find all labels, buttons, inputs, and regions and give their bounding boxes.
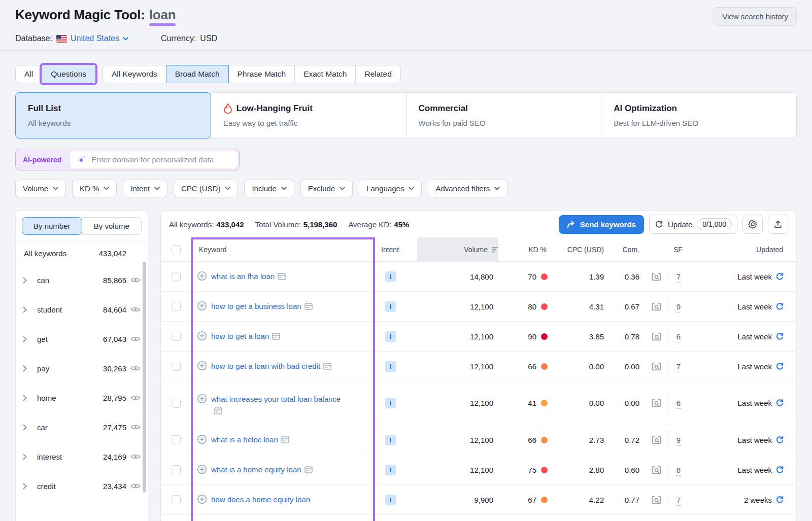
sidebar-group-interest[interactable]: interest 24,169 bbox=[16, 442, 148, 471]
sf-count[interactable]: 9 bbox=[676, 436, 681, 446]
tab-all[interactable]: All bbox=[15, 65, 42, 83]
sidebar-group-can[interactable]: can 85,865 bbox=[16, 265, 148, 295]
refresh-row-icon[interactable] bbox=[775, 272, 784, 281]
refresh-row-icon[interactable] bbox=[775, 466, 784, 474]
keyword-link[interactable]: what is a heloc loan bbox=[211, 434, 289, 446]
serp-page-icon[interactable] bbox=[323, 363, 331, 370]
col-cpc[interactable]: CPC (USD) bbox=[552, 246, 609, 254]
refresh-row-icon[interactable] bbox=[775, 436, 784, 444]
row-checkbox[interactable] bbox=[172, 302, 181, 311]
serp-preview-button[interactable] bbox=[645, 322, 668, 351]
keyword-link[interactable]: what is a home equity loan bbox=[211, 464, 313, 476]
plus-circle-icon[interactable] bbox=[197, 494, 207, 504]
eye-icon[interactable] bbox=[130, 306, 141, 313]
sf-count[interactable]: 6 bbox=[676, 332, 681, 342]
plus-circle-icon[interactable] bbox=[197, 361, 207, 371]
sidebar-group-student[interactable]: student 84,604 bbox=[16, 295, 148, 324]
tab-broad-match[interactable]: Broad Match bbox=[166, 65, 229, 83]
refresh-row-icon[interactable] bbox=[775, 399, 784, 407]
plus-circle-icon[interactable] bbox=[197, 301, 207, 311]
eye-icon[interactable] bbox=[130, 453, 141, 460]
eye-icon[interactable] bbox=[130, 482, 141, 490]
serp-preview-button[interactable] bbox=[645, 425, 668, 455]
row-checkbox[interactable] bbox=[172, 465, 181, 474]
serp-preview-button[interactable] bbox=[645, 455, 668, 484]
send-keywords-button[interactable]: Send keywords bbox=[559, 215, 644, 234]
eye-icon[interactable] bbox=[130, 365, 141, 372]
keyword-link[interactable]: how to get a business loan bbox=[211, 301, 313, 312]
col-kd[interactable]: KD % bbox=[498, 246, 552, 254]
serp-preview-button[interactable] bbox=[645, 381, 668, 425]
sidebar-scrollbar[interactable] bbox=[143, 262, 146, 493]
row-checkbox[interactable] bbox=[172, 362, 181, 371]
plus-circle-icon[interactable] bbox=[197, 464, 207, 474]
sort-by-number-button[interactable]: By number bbox=[22, 217, 82, 235]
sidebar-group-car[interactable]: car 27,475 bbox=[16, 412, 148, 442]
sf-count[interactable]: 7 bbox=[676, 272, 681, 283]
filter-kd[interactable]: KD % bbox=[72, 180, 117, 197]
card-commercial[interactable]: Commercial Works for paid SEO bbox=[406, 92, 602, 138]
sf-count[interactable]: 7 bbox=[676, 496, 681, 506]
eye-icon[interactable] bbox=[130, 276, 141, 284]
sf-count[interactable]: 7 bbox=[676, 362, 681, 372]
serp-page-icon[interactable] bbox=[281, 436, 289, 443]
plus-circle-icon[interactable] bbox=[197, 331, 207, 341]
filter-intent[interactable]: Intent bbox=[123, 180, 167, 197]
keyword-link[interactable]: what is an fha loan bbox=[211, 271, 286, 283]
row-checkbox[interactable] bbox=[172, 495, 181, 504]
filter-volume[interactable]: Volume bbox=[15, 180, 66, 197]
filter-languages[interactable]: Languages bbox=[359, 180, 422, 197]
card-full-list[interactable]: Full List All keywords bbox=[15, 92, 211, 138]
update-button[interactable]: Update 0/1,000 bbox=[649, 215, 737, 234]
refresh-row-icon[interactable] bbox=[775, 496, 784, 504]
row-checkbox[interactable] bbox=[172, 332, 181, 341]
tab-related[interactable]: Related bbox=[355, 65, 400, 83]
eye-icon[interactable] bbox=[130, 394, 141, 401]
col-intent[interactable]: Intent bbox=[375, 246, 417, 254]
plus-circle-icon[interactable] bbox=[197, 434, 207, 444]
serp-page-icon[interactable] bbox=[214, 407, 222, 414]
sf-count[interactable]: 9 bbox=[676, 302, 681, 312]
table-settings-button[interactable] bbox=[742, 215, 763, 234]
select-all-checkbox[interactable] bbox=[172, 245, 181, 254]
col-keyword[interactable]: Keyword bbox=[191, 246, 375, 254]
row-checkbox[interactable] bbox=[172, 399, 181, 408]
refresh-row-icon[interactable] bbox=[775, 362, 784, 371]
sidebar-group-get[interactable]: get 67,043 bbox=[16, 324, 148, 354]
tab-all-keywords[interactable]: All Keywords bbox=[103, 65, 166, 83]
sf-count[interactable]: 6 bbox=[676, 466, 681, 476]
keyword-link[interactable]: how to get a loan with bad credit bbox=[211, 361, 331, 372]
plus-circle-icon[interactable] bbox=[197, 271, 207, 281]
plus-circle-icon[interactable] bbox=[197, 394, 207, 404]
serp-page-icon[interactable] bbox=[272, 333, 280, 340]
view-search-history-button[interactable]: View search history bbox=[714, 7, 797, 26]
row-checkbox[interactable] bbox=[172, 435, 181, 444]
serp-preview-button[interactable] bbox=[645, 352, 668, 381]
tab-phrase-match[interactable]: Phrase Match bbox=[228, 65, 295, 83]
serp-preview-button[interactable] bbox=[645, 485, 668, 514]
filter-advanced[interactable]: Advanced filters bbox=[428, 180, 507, 197]
eye-icon[interactable] bbox=[130, 335, 141, 342]
serp-page-icon[interactable] bbox=[304, 303, 313, 310]
serp-page-icon[interactable] bbox=[278, 273, 286, 280]
card-low-hanging-fruit[interactable]: Low-Hanging Fruit Easy way to get traffi… bbox=[211, 92, 407, 138]
sf-count[interactable]: 6 bbox=[676, 399, 681, 409]
filter-include[interactable]: Include bbox=[244, 180, 294, 197]
serp-page-icon[interactable] bbox=[304, 466, 313, 473]
col-volume[interactable]: Volume bbox=[417, 237, 498, 262]
card-ai-optimization[interactable]: AI Optimization Best for LLM-driven SEO bbox=[601, 92, 797, 138]
keyword-link[interactable]: what increases your total loan balance bbox=[211, 394, 348, 416]
export-button[interactable] bbox=[768, 215, 788, 234]
keyword-link[interactable]: how to get a loan bbox=[211, 331, 280, 342]
sidebar-all-keywords-row[interactable]: All keywords 433,042 bbox=[16, 241, 148, 265]
tab-questions[interactable]: Questions bbox=[42, 65, 95, 83]
col-sf[interactable]: SF bbox=[668, 246, 689, 254]
col-com[interactable]: Com. bbox=[609, 246, 645, 254]
row-checkbox[interactable] bbox=[172, 272, 181, 281]
keyword-link[interactable]: how does a home equity loan bbox=[211, 494, 310, 506]
serp-preview-button[interactable] bbox=[645, 292, 668, 321]
filter-exclude[interactable]: Exclude bbox=[300, 180, 353, 197]
sidebar-group-credit[interactable]: credit 23,434 bbox=[16, 471, 148, 501]
refresh-row-icon[interactable] bbox=[775, 332, 784, 341]
sidebar-group-pay[interactable]: pay 30,263 bbox=[16, 354, 148, 383]
